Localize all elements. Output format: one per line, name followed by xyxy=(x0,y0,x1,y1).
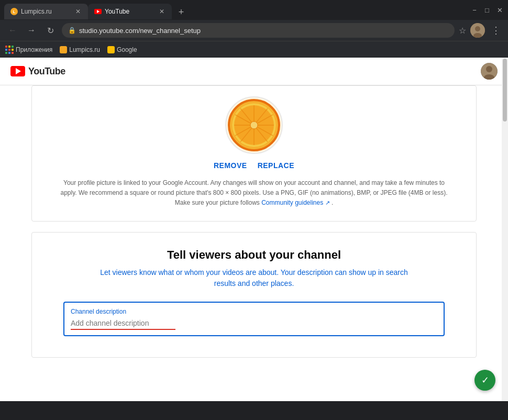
bookmark-google-label: Google xyxy=(117,46,137,53)
bookmarks-bar: Приложения Lumpics.ru Google xyxy=(0,41,508,58)
tab-youtube-close-icon[interactable]: ✕ xyxy=(158,7,165,16)
apps-grid-icon xyxy=(5,46,14,54)
input-area xyxy=(71,318,437,330)
address-bar: ← → ↻ 🔒 studio.youtube.com/new_channel_s… xyxy=(0,20,508,41)
tab-lumpics-title: Lumpics.ru xyxy=(21,8,71,15)
tab-lumpics-close-icon[interactable]: ✕ xyxy=(74,7,82,16)
description-field: Channel description xyxy=(63,302,445,336)
svg-point-15 xyxy=(250,121,258,129)
page-content: REMOVE REPLACE Your profile picture is l… xyxy=(0,85,508,358)
svg-point-1 xyxy=(475,26,480,31)
tab-youtube-title: YouTube xyxy=(105,8,155,15)
google-bookmark-icon xyxy=(107,46,115,53)
youtube-play-icon xyxy=(16,68,21,74)
title-bar: L Lumpics.ru ✕ YouTube ✕ + − □ ✕ xyxy=(0,0,508,20)
community-guidelines-link[interactable]: Community guidelines ↗ xyxy=(261,199,332,206)
url-text: studio.youtube.com/new_channel_setup xyxy=(79,27,448,35)
forward-button[interactable]: → xyxy=(24,23,39,38)
replace-button[interactable]: REPLACE xyxy=(258,161,294,170)
bookmark-star-icon[interactable]: ☆ xyxy=(459,26,466,36)
channel-section: Tell viewers about your channel Let view… xyxy=(31,232,477,358)
checkmark-icon: ✓ xyxy=(481,374,489,386)
tabs-bar: L Lumpics.ru ✕ YouTube ✕ + xyxy=(4,1,470,19)
lock-icon: 🔒 xyxy=(68,27,76,34)
youtube-favicon-icon xyxy=(94,8,102,15)
back-button[interactable]: ← xyxy=(5,23,20,38)
refresh-button[interactable]: ↻ xyxy=(43,23,58,38)
youtube-logo-text: YouTube xyxy=(28,66,65,77)
bookmark-lumpics-label: Lumpics.ru xyxy=(69,46,100,53)
tab-youtube[interactable]: YouTube ✕ xyxy=(88,4,172,19)
remove-button[interactable]: REMOVE xyxy=(214,161,247,170)
fab-save-button[interactable]: ✓ xyxy=(474,370,495,391)
profile-note-text: Your profile picture is linked to your G… xyxy=(61,179,448,206)
minimize-button[interactable]: − xyxy=(470,6,479,14)
channel-section-title: Tell viewers about your channel xyxy=(63,248,445,262)
url-bar[interactable]: 🔒 studio.youtube.com/new_channel_setup xyxy=(62,23,455,38)
profile-actions: REMOVE REPLACE xyxy=(214,161,294,170)
field-label: Channel description xyxy=(71,308,437,315)
profile-picture xyxy=(228,99,280,151)
browser-menu-icon[interactable]: ⋮ xyxy=(489,23,503,38)
profile-picture-container xyxy=(225,96,283,154)
scrollbar-thumb[interactable] xyxy=(503,59,507,121)
close-button[interactable]: ✕ xyxy=(495,6,504,14)
channel-section-subtitle: Let viewers know what or whom your video… xyxy=(97,267,411,289)
bookmark-apps[interactable]: Приложения xyxy=(5,46,52,54)
page-header: YouTube xyxy=(0,58,508,85)
lumpics-favicon-icon: L xyxy=(10,8,18,15)
svg-point-4 xyxy=(486,66,492,72)
bookmark-apps-label: Приложения xyxy=(16,46,52,53)
browser-user-avatar[interactable] xyxy=(470,23,485,38)
youtube-icon xyxy=(10,66,25,76)
bookmark-lumpics[interactable]: Lumpics.ru xyxy=(60,46,100,53)
new-tab-button[interactable]: + xyxy=(174,5,189,19)
page-wrapper: YouTube xyxy=(0,58,508,401)
maximize-button[interactable]: □ xyxy=(483,6,491,14)
input-underline xyxy=(71,329,175,330)
profile-section: REMOVE REPLACE Your profile picture is l… xyxy=(31,85,477,222)
window-controls: − □ ✕ xyxy=(470,6,504,14)
profile-note-end: . xyxy=(332,199,333,206)
tab-lumpics[interactable]: L Lumpics.ru ✕ xyxy=(4,4,88,19)
lumpics-bookmark-icon xyxy=(60,46,67,53)
scrollbar[interactable] xyxy=(502,58,508,401)
bookmark-google[interactable]: Google xyxy=(107,46,137,53)
channel-description-input[interactable] xyxy=(71,319,437,327)
page-user-avatar[interactable] xyxy=(481,63,498,80)
youtube-logo: YouTube xyxy=(10,66,65,77)
profile-note: Your profile picture is linked to your G… xyxy=(60,178,448,208)
